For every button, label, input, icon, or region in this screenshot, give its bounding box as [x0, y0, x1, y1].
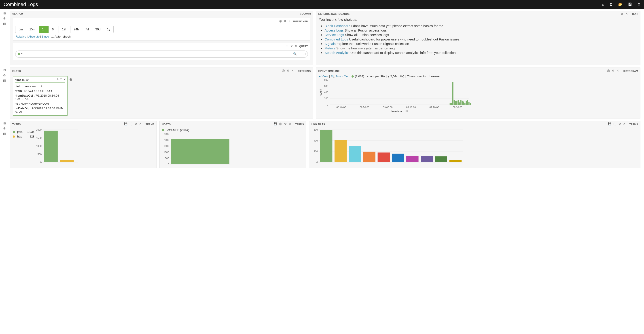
info-icon[interactable]: ⓘ [614, 122, 616, 126]
panel-type-label: TEXT [632, 12, 638, 15]
explore-link[interactable]: Signals [325, 42, 336, 46]
close-icon[interactable]: ✕ [139, 122, 142, 126]
legend-row: http128 [13, 135, 34, 138]
timerange-button-6h[interactable]: 6h [48, 26, 59, 33]
filter-card: ✎ ☑ ✕ time must field : timestamp_tdt fr… [13, 76, 68, 116]
svg-rect-24 [468, 102, 469, 105]
timeline-chart[interactable]: 020040060080008:40:0008:50:0009:00:0009:… [319, 79, 471, 114]
explore-link[interactable]: Combined Logs [325, 37, 348, 41]
gear-icon[interactable]: ⚙ [2, 74, 7, 77]
explore-link[interactable]: Metrics [325, 46, 336, 50]
plus-icon[interactable]: ＋ [298, 52, 302, 56]
explore-link[interactable]: Blank Dashboard [325, 24, 350, 28]
info-icon[interactable]: ⓘ [607, 69, 610, 73]
explore-item: Combined Logs Useful dashboard for power… [325, 37, 638, 41]
logfiles-panel: LOG FILES 💾 ⓘ ⚙ ✕ TERMS 0200400600 [309, 121, 640, 168]
svg-text:500: 500 [165, 157, 169, 160]
timerange-button-7d[interactable]: 7d [82, 26, 92, 33]
page-title: Combined Logs [4, 2, 602, 8]
timerange-button-12h[interactable]: 12h [58, 26, 70, 33]
timerange-button-1y[interactable]: 1y [104, 26, 114, 33]
logfiles-chart[interactable]: 0200400600 [312, 128, 464, 164]
add-filter-icon[interactable]: ⊕ [69, 77, 72, 82]
info-icon[interactable]: ⓘ [286, 44, 288, 48]
gear-icon[interactable]: ⚙ [2, 17, 7, 20]
new-icon[interactable]: 🗋 [610, 2, 613, 6]
hosts-chart[interactable]: 05001000150020002500 [162, 132, 231, 166]
gear-icon[interactable]: ⚙ [134, 122, 137, 126]
gear-icon[interactable]: ⚙ [287, 69, 289, 73]
close-icon[interactable]: ✕ [626, 12, 628, 16]
save-icon[interactable]: 💾 [274, 122, 277, 126]
svg-text:1000: 1000 [164, 151, 169, 154]
svg-rect-19 [462, 100, 463, 105]
add-panel-icon[interactable]: ◧ [2, 79, 7, 82]
gear-icon[interactable]: ⚙ [638, 2, 640, 6]
close-icon[interactable]: ✕ [617, 69, 619, 73]
zoomout-link[interactable]: Zoom Out [336, 75, 348, 78]
home-icon[interactable]: ⌂ [602, 2, 604, 6]
search-icon[interactable]: 🔍 [293, 52, 297, 56]
absolute-link[interactable]: Absolute [28, 35, 40, 38]
info-icon[interactable]: ⓘ [279, 20, 282, 23]
svg-text:09:30:00: 09:30:00 [452, 106, 462, 109]
add-panel-icon[interactable]: ◧ [2, 132, 7, 135]
row-side-controls: ⊟ ⚙ ◧ [2, 68, 7, 118]
gear-icon[interactable]: ⚙ [284, 122, 287, 126]
close-icon[interactable]: ✕ [292, 69, 294, 73]
svg-text:0: 0 [40, 161, 42, 164]
relative-link[interactable]: Relative [16, 35, 26, 38]
gear-icon[interactable]: ⚙ [612, 69, 614, 73]
status-dot [18, 53, 20, 55]
close-icon[interactable]: ✕ [288, 20, 290, 23]
collapse-icon[interactable]: ⊟ [2, 122, 7, 125]
explore-link[interactable]: Access Logs [325, 28, 344, 32]
collapse-icon[interactable]: ⊟ [2, 12, 7, 15]
gear-icon[interactable]: ⚙ [621, 12, 623, 16]
save-icon[interactable]: 💾 [124, 122, 128, 126]
info-icon[interactable]: ⓘ [130, 122, 132, 126]
close-icon[interactable]: ✕ [295, 44, 297, 48]
add-panel-icon[interactable]: ◧ [2, 22, 7, 25]
check-icon[interactable]: ☑ [60, 78, 62, 81]
gear-icon[interactable]: ⚙ [290, 44, 293, 48]
timerange-button-24h[interactable]: 24h [70, 26, 82, 33]
timerange-button-30d[interactable]: 30d [92, 26, 104, 33]
query-input[interactable] [20, 52, 293, 56]
gear-icon[interactable]: ⚙ [2, 127, 7, 130]
remove-icon[interactable]: ✕ [64, 78, 66, 81]
svg-rect-75 [435, 156, 447, 162]
edit-icon[interactable]: ✎ [56, 78, 59, 81]
explore-link[interactable]: Search Analytics [325, 51, 350, 54]
panel-type-label: COLUMN [300, 12, 310, 15]
save-icon[interactable]: 💾 [608, 122, 611, 126]
panel-title: SEARCH [12, 12, 298, 15]
filter-panel: FILTER ⓘ ⚙ ✕ FILTERING ✎ ☑ ✕ t [10, 68, 313, 118]
gear-icon[interactable]: ⚙ [284, 20, 286, 23]
since-link[interactable]: Since [42, 35, 49, 38]
close-icon[interactable]: ✕ [289, 122, 291, 126]
eraser-icon[interactable]: ◿ [303, 52, 306, 56]
subpanel-label: TIMEPICKER [293, 20, 308, 23]
save-icon[interactable]: 💾 [628, 2, 632, 6]
panel-title: FILTER [12, 70, 282, 72]
svg-text:08:40:00: 08:40:00 [336, 106, 346, 109]
collapse-icon[interactable]: ⊟ [2, 68, 7, 72]
timerange-button-1h[interactable]: 1h [39, 26, 49, 33]
open-icon[interactable]: 📂 [618, 2, 622, 6]
top-bar: Combined Logs ⌂ 🗋 📂 💾 ⚙ [0, 0, 644, 9]
explore-item: Service Logs Show all Fusion services lo… [325, 33, 638, 37]
autorefresh-checkbox[interactable] [51, 35, 54, 38]
timerange-button-15m[interactable]: 15m [26, 26, 39, 33]
close-icon[interactable]: ✕ [623, 122, 626, 126]
svg-rect-17 [459, 102, 460, 105]
svg-rect-13 [454, 100, 454, 105]
timerange-button-5m[interactable]: 5m [15, 26, 26, 33]
svg-rect-74 [420, 156, 433, 162]
explore-link[interactable]: Service Logs [325, 33, 344, 37]
info-icon[interactable]: ⓘ [282, 69, 285, 73]
info-icon[interactable]: ⓘ [279, 122, 282, 126]
gear-icon[interactable]: ⚙ [618, 122, 621, 126]
types-chart[interactable]: 0500100015002000 [34, 128, 79, 164]
view-link[interactable]: View [322, 75, 328, 78]
